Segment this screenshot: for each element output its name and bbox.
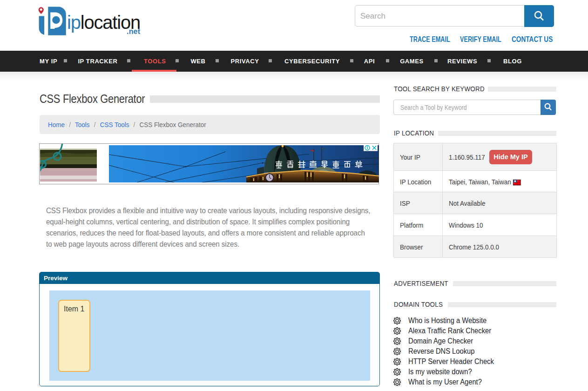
- svg-text:.net: .net: [127, 27, 141, 35]
